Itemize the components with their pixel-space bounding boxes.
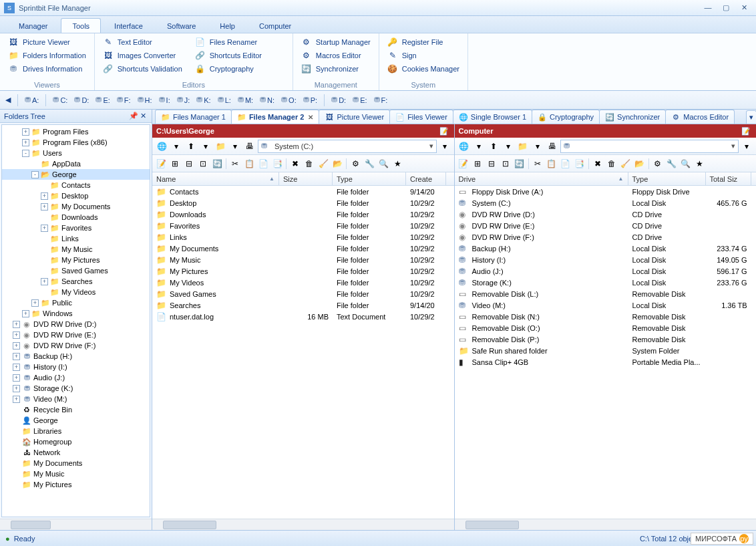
list-row[interactable]: My VideosFile folder10/29/2 xyxy=(152,277,454,288)
nav-dd4-icon[interactable] xyxy=(740,140,753,153)
col-create[interactable]: Create xyxy=(406,172,446,185)
expand-icon[interactable]: + xyxy=(13,374,20,382)
col-size[interactable]: Size xyxy=(279,172,333,185)
list-row[interactable]: LinksFile folder10/29/2 xyxy=(152,231,454,243)
tree-node[interactable]: My Pictures xyxy=(2,255,150,265)
expand-icon[interactable]: - xyxy=(31,171,39,178)
col-drive[interactable]: Drive▲ xyxy=(455,172,628,185)
toolbar-btn-10[interactable]: 🗑 xyxy=(606,158,618,170)
tree-node[interactable]: AppData xyxy=(2,158,150,169)
list-row[interactable]: DesktopFile folder10/29/2 xyxy=(152,197,454,209)
toolbar-btn-11[interactable]: 🧹 xyxy=(620,158,632,170)
expand-icon[interactable]: + xyxy=(41,225,48,232)
toolbar-btn-3[interactable]: ⊡ xyxy=(500,158,512,170)
toolbar-btn-6[interactable]: 📋 xyxy=(243,158,255,170)
ribbon-item[interactable]: Folders Information xyxy=(5,49,89,61)
expand-icon[interactable]: + xyxy=(13,364,20,371)
tree-node[interactable]: +History (I:) xyxy=(2,362,150,372)
toolbar-btn-2[interactable]: ⊟ xyxy=(183,158,195,170)
list-row[interactable]: Storage (K:)Local Disk233.76 G xyxy=(455,277,757,288)
drive-D[interactable]: D: xyxy=(330,96,347,104)
toolbar-btn-15[interactable]: 🔍 xyxy=(377,158,389,170)
col-total-siz[interactable]: Total Siz xyxy=(706,172,751,185)
list-row[interactable]: FavoritesFile folder10/29/2 xyxy=(152,220,454,231)
list-row[interactable]: Removable Disk (P:)Removable Disk xyxy=(455,333,757,345)
tree-node[interactable]: Downloads xyxy=(2,212,150,223)
tree-node[interactable]: George xyxy=(2,415,150,426)
list-row[interactable]: DVD RW Drive (F:)CD Drive xyxy=(455,231,757,243)
expand-icon[interactable]: + xyxy=(41,203,48,211)
col-type[interactable]: Type xyxy=(628,172,706,185)
list-row[interactable]: Backup (H:)Local Disk233.74 G xyxy=(455,243,757,254)
toolbar-btn-11[interactable]: 🧹 xyxy=(317,158,329,170)
tree-node[interactable]: -George xyxy=(2,169,150,180)
close-panel-icon[interactable]: ✕ xyxy=(138,112,148,120)
nav-print-icon[interactable]: 🖶 xyxy=(546,140,559,153)
drive-K[interactable]: K: xyxy=(195,96,212,104)
toolbar-btn-4[interactable]: 🔄 xyxy=(514,158,526,170)
drive-H[interactable]: H: xyxy=(136,96,154,104)
tree-node[interactable]: Network xyxy=(2,447,150,458)
ribbon-item[interactable]: Startup Manager xyxy=(299,36,373,48)
tree-node[interactable]: Links xyxy=(2,233,150,244)
list-row[interactable]: ntuser.dat.log16 MBText Document10/29/2 xyxy=(152,311,454,322)
tree-node[interactable]: +Public xyxy=(2,297,150,308)
tree-node[interactable]: +Windows xyxy=(2,308,150,319)
tree-node[interactable]: My Pictures xyxy=(2,479,150,490)
tree-node[interactable]: +Backup (H:) xyxy=(2,351,150,362)
tree-node[interactable]: Saved Games xyxy=(2,265,150,276)
toolbar-btn-5[interactable]: ✂ xyxy=(229,158,241,170)
toolbar-btn-15[interactable]: 🔍 xyxy=(680,158,692,170)
tree-node[interactable]: My Music xyxy=(2,244,150,255)
tab-files-manager-2[interactable]: Files Manager 2✕ xyxy=(231,110,320,124)
menu-help[interactable]: Help xyxy=(209,19,246,33)
toolbar-btn-8[interactable]: 📑 xyxy=(574,158,586,170)
path-combo[interactable]: ▾ xyxy=(560,140,739,153)
tab-cryptography[interactable]: Cryptography xyxy=(532,110,600,124)
ribbon-item[interactable]: Picture Viewer xyxy=(5,36,89,48)
toolbar-btn-1[interactable]: ⊞ xyxy=(169,158,181,170)
ribbon-item[interactable]: Drives Information xyxy=(5,63,89,75)
toolbar-btn-3[interactable]: ⊡ xyxy=(197,158,209,170)
ribbon-item[interactable]: Macros Editor xyxy=(299,49,373,61)
drive-E[interactable]: E: xyxy=(94,96,111,104)
toolbar-btn-10[interactable]: 🗑 xyxy=(303,158,315,170)
menu-software[interactable]: Software xyxy=(156,19,206,33)
ribbon-item[interactable]: Files Renamer xyxy=(192,36,283,48)
tree-node[interactable]: Contacts xyxy=(2,180,150,190)
expand-icon[interactable]: + xyxy=(41,278,48,285)
tab-files-manager-1[interactable]: Files Manager 1 xyxy=(155,110,232,124)
ribbon-item[interactable]: Synchronizer xyxy=(299,63,373,75)
tree-node[interactable]: My Documents xyxy=(2,458,150,468)
ribbon-item[interactable]: Shortcuts Editor xyxy=(192,49,283,61)
tab-picture-viewer[interactable]: Picture Viewer xyxy=(319,110,390,124)
ribbon-item[interactable]: Images Converter xyxy=(100,49,191,61)
drive-D[interactable]: D: xyxy=(73,96,90,104)
list-row[interactable]: Removable Disk (N:)Removable Disk xyxy=(455,311,757,322)
expand-icon[interactable]: + xyxy=(13,342,20,350)
tree-node[interactable]: Homegroup xyxy=(2,436,150,447)
drive-F[interactable]: F: xyxy=(373,96,389,104)
tree-node[interactable]: +Program Files (x86) xyxy=(2,137,150,148)
expand-icon[interactable]: + xyxy=(13,396,20,403)
drive-M[interactable]: M: xyxy=(236,96,254,104)
tab-close-icon[interactable]: ✕ xyxy=(308,114,313,121)
toolbar-btn-2[interactable]: ⊟ xyxy=(486,158,498,170)
expand-icon[interactable]: + xyxy=(41,192,48,200)
nav-dd4-icon[interactable] xyxy=(438,140,451,153)
drive-A[interactable]: A: xyxy=(23,96,40,104)
expand-icon[interactable]: + xyxy=(13,321,20,328)
path-action-icon[interactable]: 📝 xyxy=(439,127,450,136)
menu-computer[interactable]: Computer xyxy=(248,19,302,33)
ribbon-item[interactable]: Text Editor xyxy=(100,36,191,48)
menu-interface[interactable]: Interface xyxy=(104,19,154,33)
nav-home-icon[interactable] xyxy=(155,140,168,153)
list-row[interactable]: Safe Run shared folderSystem Folder xyxy=(455,345,757,356)
tab-synchronizer[interactable]: Synchronizer xyxy=(599,110,666,124)
drive-J[interactable]: J: xyxy=(176,96,192,104)
toolbar-btn-9[interactable]: ✖ xyxy=(592,158,604,170)
tab-single-browser-1[interactable]: Single Browser 1 xyxy=(453,110,532,124)
ribbon-item[interactable]: Register File xyxy=(385,36,462,48)
drive-I[interactable]: I: xyxy=(158,96,172,104)
nav-dd3-icon[interactable] xyxy=(531,140,544,153)
